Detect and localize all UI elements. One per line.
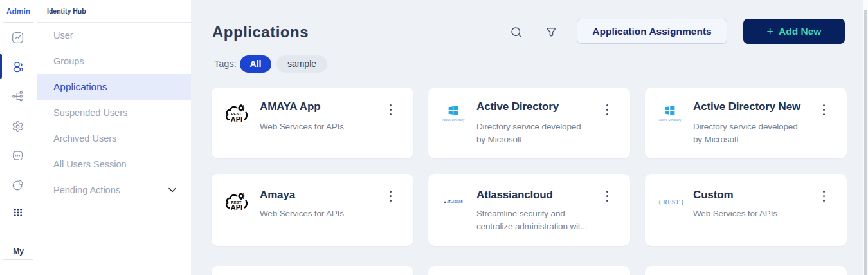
- svg-text:API: API: [231, 115, 243, 123]
- svg-text:API: API: [231, 204, 243, 211]
